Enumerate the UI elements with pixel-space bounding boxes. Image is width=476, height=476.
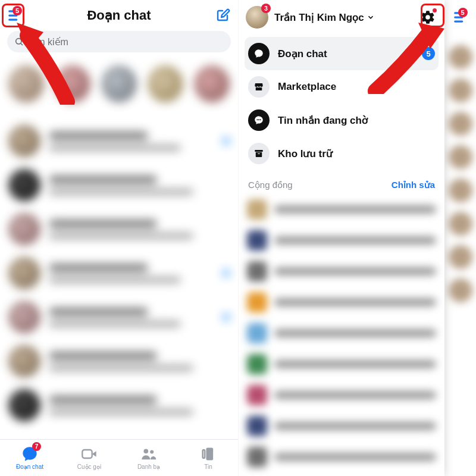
drawer-item-marketplace[interactable]: Marketplace — [245, 70, 439, 104]
username-text: Trần Thị Kim Ngọc — [274, 11, 364, 24]
svg-rect-9 — [206, 448, 214, 461]
side-drawer: 3 Trần Thị Kim Ngọc Đoạn cha — [239, 0, 444, 476]
tab-stories[interactable]: Tin — [178, 440, 238, 476]
search-row: Tìm kiếm — [0, 31, 238, 56]
svg-point-7 — [143, 449, 148, 453]
people-icon — [140, 446, 157, 462]
video-icon — [81, 446, 98, 462]
avatar-badge: 3 — [261, 4, 271, 13]
drawer-item-label: Marketplace — [278, 81, 435, 93]
tab-bar: 7 Đoạn chat Cuộc gọi Danh bạ Tin — [0, 439, 238, 476]
svg-point-8 — [150, 450, 154, 453]
tab-contacts-label: Danh bạ — [137, 464, 160, 470]
tab-calls[interactable]: Cuộc gọi — [60, 440, 119, 476]
drawer-item-label: Đoạn chat — [278, 48, 414, 60]
community-edit-button[interactable]: Chỉnh sửa — [392, 180, 435, 190]
menu-badge: 5 — [12, 6, 22, 15]
svg-line-4 — [21, 43, 23, 45]
svg-rect-10 — [203, 450, 205, 458]
tab-chats-badge: 7 — [32, 442, 41, 451]
search-placeholder: Tìm kiếm — [29, 36, 68, 48]
drawer-item-label: Kho lưu trữ — [278, 148, 435, 160]
stories-icon — [200, 446, 217, 462]
svg-rect-14 — [454, 20, 463, 22]
svg-point-16 — [258, 119, 259, 120]
drawer-item-requests[interactable]: Tin nhắn đang chờ — [245, 104, 439, 137]
svg-point-15 — [256, 119, 258, 120]
page-title: Đoạn chat — [24, 8, 214, 23]
left-screen: 5 Đoạn chat Tìm kiếm — [0, 0, 238, 476]
svg-rect-19 — [258, 154, 260, 154]
drawer-item-chats[interactable]: Đoạn chat 5 — [245, 37, 439, 70]
tab-chats[interactable]: 7 Đoạn chat — [0, 440, 60, 476]
compose-button[interactable] — [214, 7, 232, 24]
archive-icon — [248, 143, 270, 164]
svg-point-17 — [260, 119, 261, 120]
settings-dot — [433, 8, 437, 12]
message-requests-icon — [248, 109, 270, 131]
chevron-down-icon — [367, 13, 375, 21]
tab-calls-label: Cuộc gọi — [77, 464, 101, 470]
community-title: Cộng đồng — [248, 180, 293, 190]
blurred-chats — [0, 119, 238, 434]
tab-contacts[interactable]: Danh bạ — [119, 440, 178, 476]
profile-switcher[interactable]: Trần Thị Kim Ngọc — [274, 11, 375, 24]
blurred-stories — [0, 60, 238, 119]
right-screen: 5 3 Trần Thị Kim Ngọc — [238, 0, 476, 476]
underlay-strip: 5 — [444, 0, 476, 476]
blurred-community-list — [239, 194, 444, 476]
menu-button[interactable]: 5 — [6, 7, 24, 24]
svg-rect-2 — [8, 18, 17, 20]
underlay-menu-badge: 5 — [458, 8, 468, 17]
svg-point-3 — [16, 39, 21, 44]
settings-button[interactable] — [418, 8, 437, 27]
drawer-item-label: Tin nhắn đang chờ — [278, 114, 435, 127]
drawer-menu: Đoạn chat 5 Marketplace Tin nhắn đang ch… — [239, 33, 444, 174]
search-input[interactable]: Tìm kiếm — [7, 31, 231, 52]
svg-rect-18 — [255, 150, 263, 152]
marketplace-icon — [248, 76, 270, 98]
chat-icon — [248, 43, 270, 64]
svg-rect-5 — [82, 450, 92, 458]
tab-chats-label: Đoạn chat — [16, 464, 43, 470]
drawer-item-archive[interactable]: Kho lưu trữ — [245, 137, 439, 170]
profile-avatar[interactable]: 3 — [246, 6, 268, 29]
compose-icon — [216, 8, 230, 23]
tab-stories-label: Tin — [204, 464, 212, 470]
underlay-menu-button[interactable]: 5 — [452, 8, 469, 26]
drawer-chats-badge: 5 — [422, 47, 435, 60]
community-section-header: Cộng đồng Chỉnh sửa — [239, 174, 444, 194]
left-header: 5 Đoạn chat — [0, 0, 238, 31]
search-icon — [14, 37, 24, 46]
drawer-header: 3 Trần Thị Kim Ngọc — [239, 0, 444, 33]
